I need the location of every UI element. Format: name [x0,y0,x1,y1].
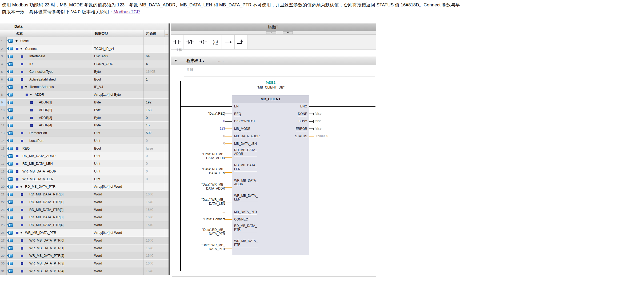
name-cell[interactable]: ADDR[3] [13,114,92,122]
data-type-cell[interactable]: UInt [92,160,143,168]
operand-rd_mb_data_ptr[interactable]: "Data".RD_MB_DATA_PTR [171,228,225,236]
name-cell[interactable]: RD_MB_DATA_PTR[0] [13,191,92,198]
table-row[interactable]: 29WR_MB_DATA_PTR[2]Word16#0 [0,252,169,260]
table-row[interactable]: 14LocalPortUInt0 [0,137,169,145]
block-pin-wr_mb_data_len[interactable]: WR_MB_DATA_LEN [234,194,258,202]
row-number[interactable]: 2 [0,45,7,53]
table-row[interactable]: 3InterfaceIdHW_ANY64 [0,53,169,61]
row-number[interactable]: 24 [0,214,7,222]
table-row[interactable]: 23RD_MB_DATA_PTR[2]Word16#0 [0,206,169,214]
instance-db-name[interactable]: "MB_CLIENT_DB" [232,86,309,89]
header-start-value[interactable]: 起始值 [143,30,165,37]
table-row[interactable]: 12ADDR[4]Byte15 [0,122,169,129]
row-number[interactable]: 22 [0,198,7,206]
table-row[interactable]: 27WR_MB_DATA_PTR[0]Word16#0 [0,237,169,244]
data-type-cell[interactable]: Byte [92,122,143,129]
block-pin-wr_mb_data_ptr[interactable]: WR_MB_DATA_PTR [234,239,258,247]
start-value-cell[interactable] [143,45,165,53]
data-type-cell[interactable]: Array[0..4] of Word [92,183,143,191]
start-value-cell[interactable]: 16#0 [143,244,165,252]
start-value-cell[interactable] [143,83,165,91]
table-row[interactable]: 7RemoteAddressIP_V4 [0,83,169,91]
row-number[interactable]: 16 [0,152,7,160]
data-type-cell[interactable]: UInt [92,152,143,160]
data-type-cell[interactable]: IP_V4 [92,83,143,91]
operand-rd_mb_data_len[interactable]: "Data".RD_MB_DATA_LEN [171,167,225,175]
name-cell[interactable]: ConnectionType [13,68,92,76]
start-value-cell[interactable]: 16#0 [143,191,165,198]
block-pin-mb_data_addr[interactable]: MB_DATA_ADDR [234,134,260,139]
start-value-cell[interactable]: 16#0 [143,237,165,244]
table-row[interactable]: 15REQBoolfalse [0,145,169,152]
row-number[interactable]: 25 [0,221,7,229]
table-row[interactable]: 6ActiveEstablishedBool1 [0,76,169,83]
block-pin-req[interactable]: REQ [234,112,241,117]
name-cell[interactable]: WR_MB_DATA_ADDR [13,168,92,175]
row-number[interactable]: 10 [0,106,7,114]
block-pin-busy[interactable]: BUSY [298,119,307,124]
table-row[interactable]: 11ADDR[3]Byte0 [0,114,169,122]
start-value-cell[interactable] [143,229,165,237]
row-number[interactable]: 6 [0,76,7,83]
table-row[interactable]: 28WR_MB_DATA_PTR[1]Word16#0 [0,244,169,252]
row-number[interactable]: 18 [0,168,7,175]
start-value-cell[interactable]: 0 [143,175,165,183]
name-cell[interactable]: InterfaceId [13,53,92,61]
row-number[interactable]: 5 [0,68,7,76]
name-cell[interactable]: ADDR[2] [13,106,92,114]
name-cell[interactable]: RD_MB_DATA_LEN [13,160,92,168]
row-number[interactable]: 1 [0,37,7,45]
expand-triangle-icon[interactable] [25,86,27,88]
operand-error[interactable]: false [315,127,321,131]
data-type-cell[interactable]: Word [92,267,143,275]
block-pin-disconnect[interactable]: DISCONNECT [234,119,255,124]
operand-status[interactable]: 16#0000 [316,134,328,138]
name-cell[interactable]: WR_MB_DATA_PTR[1] [13,244,92,252]
row-number[interactable]: 23 [0,206,7,214]
row-number[interactable]: 29 [0,252,7,260]
start-value-cell[interactable]: 0 [143,114,165,122]
block-interface-bar[interactable]: 块接口 [171,23,376,31]
contact-no-button[interactable] [171,35,183,49]
start-value-cell[interactable] [143,91,165,99]
name-cell[interactable]: RD_MB_DATA_PTR[3] [13,214,92,222]
data-type-cell[interactable]: Word [92,214,143,222]
table-row[interactable]: 5ConnectionTypeByte16#0B [0,68,169,76]
expand-triangle-icon[interactable] [20,48,22,50]
name-cell[interactable]: ADDR [13,91,92,99]
data-type-cell[interactable]: UInt [92,168,143,175]
table-row[interactable]: 31WR_MB_DATA_PTR[4]Word16#0 [0,267,169,275]
table-row[interactable]: 25RD_MB_DATA_PTR[4]Word16#0 [0,221,169,229]
start-value-cell[interactable]: 16#0 [143,221,165,229]
row-number[interactable]: 8 [0,91,7,99]
name-cell[interactable]: RD_MB_DATA_PTR[1] [13,198,92,206]
interface-splitter[interactable] [171,31,376,35]
table-row[interactable]: 8ADDRArray[1..4] of Byte [0,91,169,99]
start-value-cell[interactable]: 0 [143,137,165,145]
row-number[interactable]: 19 [0,175,7,183]
start-value-cell[interactable]: 16#0 [143,198,165,206]
block-pin-rd_mb_data_addr[interactable]: RD_MB_DATA_ADDR [234,148,257,156]
start-value-cell[interactable]: 16#0 [143,260,165,267]
name-cell[interactable]: WR_MB_DATA_PTR[3] [13,260,92,267]
start-value-cell[interactable]: 0 [143,168,165,175]
data-type-cell[interactable]: Word [92,260,143,267]
operand-wr_mb_data_addr[interactable]: "Data".WR_MB_DATA_ADDR [171,183,225,191]
start-value-cell[interactable]: 168 [143,106,165,114]
splitter-up-button[interactable] [266,31,276,34]
row-number[interactable]: 13 [0,129,7,137]
name-cell[interactable]: WR_MB_DATA_PTR[4] [13,267,92,275]
coil-button[interactable] [196,35,209,49]
start-value-cell[interactable]: 16#0B [143,68,165,76]
start-value-cell[interactable]: 4 [143,60,165,68]
data-type-cell[interactable] [92,37,143,45]
empty-box-button[interactable]: ?? [209,35,222,49]
table-row[interactable]: 18WR_MB_DATA_ADDRUInt0 [0,168,169,175]
data-type-cell[interactable]: Word [92,221,143,229]
start-value-cell[interactable]: 502 [143,129,165,137]
operand-done[interactable]: false [315,112,321,116]
data-type-cell[interactable]: UInt [92,129,143,137]
open-branch-button[interactable] [222,35,235,49]
expand-triangle-icon[interactable] [20,186,22,188]
name-cell[interactable]: RD_MB_DATA_PTR [13,183,92,191]
